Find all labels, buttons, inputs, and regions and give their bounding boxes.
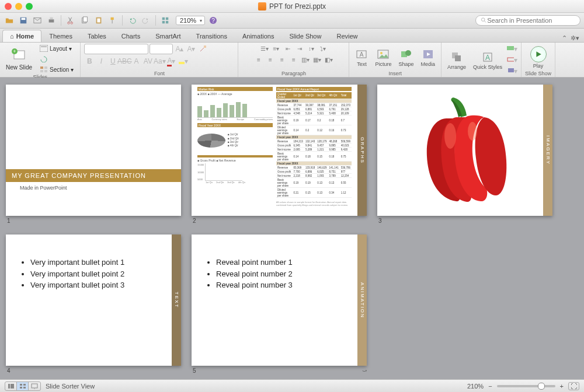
play-icon	[530, 46, 547, 62]
insert-text-button[interactable]: AText	[353, 48, 370, 67]
table-footnote: All values shown in sample format for il…	[276, 201, 352, 207]
open-button[interactable]	[4, 15, 15, 26]
svg-rect-3	[49, 19, 54, 22]
slide-thumbnail-2[interactable]: GRAPHS Market Risk ■ 200X ■ 200X — Avera…	[192, 85, 367, 224]
tab-themes[interactable]: Themes	[41, 30, 80, 42]
shape-effects-button[interactable]: ▾	[507, 66, 517, 76]
quick-styles-button[interactable]: AQuick Styles	[471, 51, 505, 70]
tab-home[interactable]: ⌂Home	[2, 30, 41, 42]
slide-thumbnail-4[interactable]: TEXT Very important bullet point 1 Very …	[6, 235, 181, 374]
font-family-combo[interactable]	[84, 44, 148, 54]
highlight-button[interactable]: ▾	[178, 56, 188, 66]
slide2-sidetab: GRAPHS	[357, 85, 367, 216]
svg-rect-47	[11, 384, 14, 388]
text-direction-button[interactable]: ⤵▾	[318, 44, 328, 53]
insert-shape-button[interactable]: Shape	[396, 48, 416, 67]
line-spacing-button[interactable]: ↕▾	[306, 44, 317, 53]
shrink-font-button[interactable]: A▾	[186, 44, 196, 54]
tab-animations[interactable]: Animations	[235, 30, 281, 42]
arrange-button[interactable]: Arrange	[445, 51, 468, 70]
change-case-button[interactable]: Aa▾	[154, 56, 165, 66]
play-button[interactable]: Play	[528, 46, 549, 69]
tab-charts[interactable]: Charts	[114, 30, 148, 42]
numbering-button[interactable]: ≡▾	[271, 44, 281, 53]
transition-icon: ⤻	[362, 368, 367, 374]
svg-rect-22	[40, 45, 48, 52]
underline-button[interactable]: U	[107, 56, 118, 66]
columns-button[interactable]: ▥▾	[300, 55, 311, 64]
shape-outline-button[interactable]: ▾	[507, 55, 517, 65]
justify-button[interactable]: ≡	[288, 55, 299, 64]
zoom-out-button[interactable]: −	[488, 383, 492, 390]
slide-thumbnail-1[interactable]: MY GREAT COMPANY PRESENTATION Made in Po…	[6, 85, 181, 224]
font-color-button[interactable]: A▾	[166, 56, 176, 66]
new-slide-button[interactable]: + New Slide	[4, 47, 34, 72]
align-text-button[interactable]: ▦▾	[312, 55, 322, 64]
tab-tables[interactable]: Tables	[80, 30, 114, 42]
grow-font-button[interactable]: A▴	[174, 44, 185, 54]
italic-button[interactable]: I	[96, 56, 106, 66]
status-zoom-label: 210%	[467, 383, 484, 390]
smartart-convert-button[interactable]: ◧▾	[324, 55, 334, 64]
tab-review[interactable]: Review	[329, 30, 365, 42]
indent-inc-button[interactable]: ⇥	[294, 44, 305, 53]
minimize-window-button[interactable]	[15, 3, 22, 10]
normal-view-button[interactable]	[5, 382, 17, 390]
layout-button[interactable]: Layout ▾	[37, 44, 77, 53]
help-button[interactable]: ?	[207, 15, 219, 26]
ribbon: + New Slide Layout ▾ Section ▾ Slides A▴…	[0, 43, 584, 78]
sorter-view-button[interactable]	[17, 382, 29, 390]
zoom-in-button[interactable]: +	[560, 383, 564, 390]
strike-button[interactable]: ABC	[119, 56, 130, 66]
show-hide-button[interactable]	[159, 15, 171, 26]
font-size-combo[interactable]	[150, 44, 173, 54]
bullets-button[interactable]: ☰▾	[259, 44, 270, 53]
view-buttons[interactable]	[5, 382, 41, 391]
mail-button[interactable]	[32, 15, 43, 26]
align-center-button[interactable]: ≡	[265, 55, 276, 64]
insert-media-button[interactable]: Media	[418, 48, 437, 67]
slide-number: 2	[193, 218, 367, 224]
slideshow-view-button[interactable]	[29, 382, 40, 390]
group-label-insert: Insert	[388, 71, 402, 77]
align-left-button[interactable]: ≡	[253, 55, 264, 64]
search-input[interactable]	[487, 17, 575, 24]
tab-smartart[interactable]: SmartArt	[148, 30, 188, 42]
paste-button[interactable]	[93, 15, 105, 26]
bold-button[interactable]: B	[84, 56, 95, 66]
undo-button[interactable]	[126, 15, 138, 26]
print-button[interactable]	[46, 15, 57, 26]
format-painter-button[interactable]	[107, 15, 119, 26]
window-titlebar: PPT for Prezi.pptx	[0, 0, 584, 13]
shadow-button[interactable]: A	[131, 56, 141, 66]
slide-thumbnail-3[interactable]: IMAGERY 3	[377, 85, 552, 224]
search-box[interactable]	[475, 15, 580, 26]
insert-picture-button[interactable]: Picture	[373, 48, 394, 67]
save-button[interactable]	[18, 15, 29, 26]
collapse-ribbon-button[interactable]: ⌃	[562, 34, 567, 42]
svg-rect-49	[23, 384, 26, 386]
slide-sorter-area[interactable]: MY GREAT COMPANY PRESENTATION Made in Po…	[0, 78, 584, 379]
copy-button[interactable]	[79, 15, 91, 26]
slide-thumbnail-5[interactable]: ANIMATION Reveal point number 1 Reveal p…	[192, 235, 367, 374]
zoom-selector[interactable]: 210%	[176, 16, 205, 25]
svg-rect-48	[20, 384, 22, 386]
sub-sup-button[interactable]: AV	[142, 56, 153, 66]
fit-window-button[interactable]: ⛶	[568, 382, 579, 390]
clear-format-button[interactable]	[197, 44, 208, 54]
reset-button[interactable]	[37, 54, 77, 64]
indent-dec-button[interactable]: ⇤	[283, 44, 293, 53]
slide3-sidetab: IMAGERY	[543, 85, 552, 216]
svg-point-33	[380, 52, 383, 54]
tab-slideshow[interactable]: Slide Show	[281, 30, 329, 42]
tab-transitions[interactable]: Transitions	[189, 30, 235, 42]
close-window-button[interactable]	[5, 3, 12, 10]
ribbon-options-button[interactable]: ✲▾	[571, 34, 579, 42]
align-right-button[interactable]: ≡	[277, 55, 287, 64]
zoom-window-button[interactable]	[26, 3, 33, 10]
shape-fill-button[interactable]: ▾	[507, 44, 517, 54]
section-button[interactable]: Section ▾	[37, 65, 77, 74]
redo-button[interactable]	[140, 15, 152, 26]
cut-button[interactable]	[65, 15, 77, 26]
zoom-slider[interactable]	[497, 385, 555, 387]
